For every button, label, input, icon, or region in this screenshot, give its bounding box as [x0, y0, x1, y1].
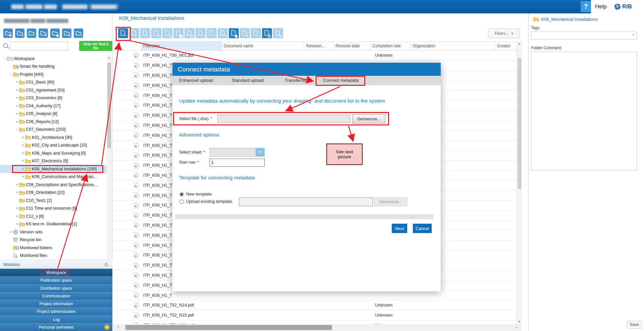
tree-scrollbar[interactable]: ▲ ▼: [107, 55, 112, 268]
tree-item-c02_agreement[interactable]: +C02_Agreement [53]: [0, 86, 107, 94]
column-header-document-name[interactable]: Document name: [222, 42, 304, 50]
expander-icon[interactable]: −: [9, 72, 13, 77]
expander-icon[interactable]: +: [21, 151, 25, 156]
vertical-scrollbar[interactable]: ▲ ▼: [517, 41, 522, 324]
select-sheet-dropdown[interactable]: [210, 148, 256, 157]
save-button[interactable]: Save: [627, 321, 642, 329]
tree-item-c10_test1[interactable]: C10_Test1 [2]: [0, 197, 107, 205]
tree-item-version[interactable]: +Version sets: [0, 228, 107, 236]
tree-item-ks[interactable]: +KS test m. Godkendelse [1]: [0, 220, 107, 228]
expander-icon[interactable]: −: [15, 127, 19, 132]
scroll-up-icon[interactable]: ▲: [107, 56, 112, 59]
scroll-up-icon[interactable]: ▲: [517, 42, 522, 45]
document-alert-icon[interactable]: !: [207, 28, 217, 38]
tree-item-monitored[interactable]: Monitored folders: [0, 244, 107, 252]
dropdown-chevron-icon[interactable]: ▾: [256, 148, 265, 157]
scroll-down-icon[interactable]: ▼: [517, 320, 522, 323]
expander-icon[interactable]: +: [21, 135, 25, 140]
tab-transferral[interactable]: Transferral: [285, 76, 306, 85]
table-row[interactable]: AITP_K08_H1_T50_N01.pdfUnknown: [113, 51, 522, 61]
help-button[interactable]: Help: [595, 3, 607, 10]
tree-item-k01_architecture[interactable]: +K01_Architecture [30]: [0, 133, 107, 142]
tags-select[interactable]: ▾: [531, 32, 637, 40]
column-header-organization[interactable]: Organization: [411, 42, 495, 50]
tree-item-k08_mechanical[interactable]: +K08_Mechanical Installations [150]: [0, 165, 107, 173]
add-document-icon[interactable]: +: [218, 28, 228, 38]
start-row-input[interactable]: [210, 159, 265, 167]
expander-icon[interactable]: +: [15, 96, 19, 100]
tab-connect-metadata[interactable]: Connect metadata: [323, 76, 359, 85]
gear-icon[interactable]: ⚙: [104, 260, 108, 269]
expander-icon[interactable]: +: [9, 230, 13, 234]
current-folder-link[interactable]: K08_Mechanical Installations: [533, 17, 597, 22]
table-row[interactable]: AITP_K08_H1_T52_N14.pdfUnknown: [113, 300, 522, 311]
tab-enhanced-upload[interactable]: Enhanced upload: [179, 76, 213, 85]
expander-icon[interactable]: +: [21, 143, 25, 148]
module-project-administration[interactable]: Project administration: [0, 308, 112, 315]
folder-comment-textarea[interactable]: [531, 52, 637, 170]
tree-item-workspace[interactable]: −Workspace: [0, 55, 107, 63]
cancel-button[interactable]: Cancel: [413, 224, 432, 233]
expander-icon[interactable]: −: [3, 56, 7, 61]
upload-document-icon[interactable]: ↑: [118, 28, 128, 38]
tree-item-c08_descriptions[interactable]: +C08_Descriptions and Specifications...: [0, 181, 107, 189]
tree-item-k07_electronics[interactable]: +K07_Electronics [9]: [0, 157, 107, 165]
column-header-completion-rate[interactable]: Completion rate: [370, 42, 411, 50]
folder-download-icon[interactable]: ↓: [74, 29, 83, 38]
folder-info-icon[interactable]: i: [15, 29, 24, 38]
expander-icon[interactable]: +: [15, 104, 19, 108]
module-project-information[interactable]: Project information: [0, 300, 112, 308]
expander-icon[interactable]: +: [15, 88, 19, 93]
document-info-icon[interactable]: i: [196, 28, 206, 38]
expander-icon[interactable]: +: [15, 222, 19, 226]
copy-document-icon[interactable]: ▣: [173, 28, 183, 38]
folder-permissions-icon[interactable]: ¤: [62, 29, 71, 38]
column-header-icon[interactable]: [113, 42, 141, 50]
upload-template-radio[interactable]: [179, 200, 184, 204]
table-row[interactable]: AITP_K08_H1_T52_N16.pdfUnknown: [113, 321, 522, 324]
module-communication[interactable]: Communication: [0, 292, 112, 300]
column-header-revision-date[interactable]: Revision date: [333, 42, 370, 50]
expander-icon[interactable]: +: [15, 214, 19, 219]
tree-item-c03_economics[interactable]: +C03_Economics [6]: [0, 94, 107, 102]
vertical-scroll-thumb[interactable]: [518, 58, 521, 189]
module-log[interactable]: Log: [0, 316, 112, 323]
tree-item-projekt[interactable]: −Projekt [440]: [0, 70, 107, 78]
filters-dropdown[interactable]: Filters... ▾: [488, 29, 520, 38]
move-document-icon[interactable]: →: [140, 28, 150, 38]
expander-icon[interactable]: +: [15, 190, 19, 195]
expander-icon[interactable]: +: [21, 159, 25, 163]
tree-item-c05_analysis[interactable]: +C05_Analysis [8]: [0, 110, 107, 118]
scroll-left-icon[interactable]: ‹: [117, 325, 119, 330]
expander-icon[interactable]: +: [15, 119, 19, 124]
expander-icon[interactable]: +: [21, 174, 25, 179]
upload-template-input[interactable]: [239, 198, 373, 206]
horizontal-scroll-thumb[interactable]: [125, 325, 332, 330]
document-refresh-icon[interactable]: ↺: [273, 28, 283, 38]
expander-icon[interactable]: +: [15, 182, 19, 187]
folder-settings-icon[interactable]: ⚙: [3, 29, 13, 38]
expander-icon[interactable]: +: [15, 80, 19, 85]
module-personal-overviews[interactable]: Personal overviews★: [0, 323, 112, 331]
help-question-icon[interactable]: ?: [581, 1, 591, 12]
lock-document-icon[interactable]: ●: [162, 28, 172, 38]
paste-document-icon[interactable]: ▢: [184, 28, 195, 38]
tree-item-recycle[interactable]: Recycle bin: [0, 236, 107, 244]
column-header-revision-[interactable]: Revision...: [304, 42, 333, 50]
tree-item-k06_maps[interactable]: +K06_Maps and Surveying [0]: [0, 149, 107, 157]
select-file-input[interactable]: [217, 115, 350, 123]
expander-icon[interactable]: +: [15, 206, 19, 211]
tree-item-k02_city[interactable]: +K02_City and Landscape [10]: [0, 142, 107, 150]
table-row[interactable]: AITP_K08_H1_T: [113, 290, 522, 300]
tree-item-c01_basic[interactable]: +C01_Basic [60]: [0, 78, 107, 87]
module-publication-space[interactable]: Publication space: [0, 276, 112, 284]
scroll-right-icon[interactable]: ›: [516, 325, 517, 330]
document-versions-icon[interactable]: ◔: [129, 28, 139, 38]
search-input[interactable]: [10, 42, 68, 50]
folder-delete-icon[interactable]: ×: [39, 29, 48, 38]
column-header-filename[interactable]: Filename↑: [141, 42, 222, 50]
folder-watch-icon[interactable]: ◉: [50, 29, 60, 38]
horizontal-scrollbar[interactable]: ‹ ›: [113, 324, 522, 331]
browse-button[interactable]: Gennemse...: [352, 114, 385, 123]
new-template-radio[interactable]: [179, 192, 184, 197]
